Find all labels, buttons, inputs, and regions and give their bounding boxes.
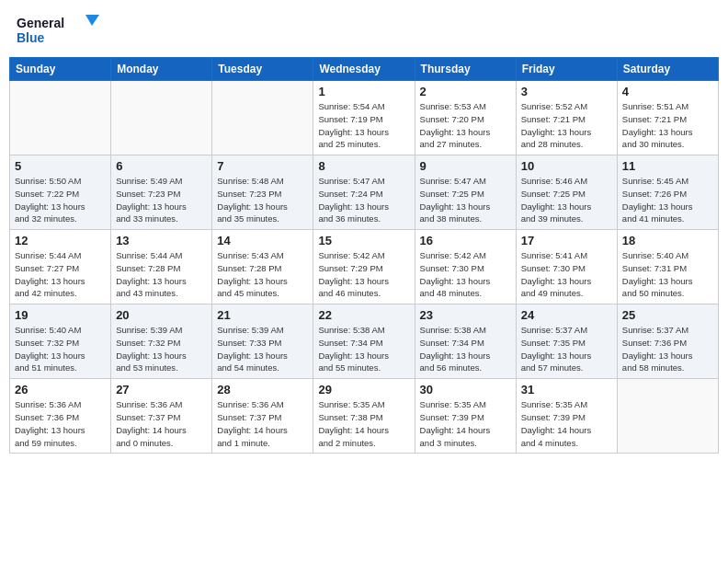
calendar-table: SundayMondayTuesdayWednesdayThursdayFrid… xyxy=(9,57,719,454)
day-number: 12 xyxy=(15,234,106,247)
day-info: Sunrise: 5:39 AM Sunset: 7:32 PM Dayligh… xyxy=(116,324,207,374)
day-info: Sunrise: 5:37 AM Sunset: 7:36 PM Dayligh… xyxy=(622,324,713,374)
calendar-cell: 25Sunrise: 5:37 AM Sunset: 7:36 PM Dayli… xyxy=(617,304,718,379)
calendar-cell: 4Sunrise: 5:51 AM Sunset: 7:21 PM Daylig… xyxy=(617,81,718,155)
day-number: 16 xyxy=(420,234,511,247)
day-number: 31 xyxy=(521,383,612,396)
day-number: 8 xyxy=(318,159,409,173)
calendar-cell: 18Sunrise: 5:40 AM Sunset: 7:31 PM Dayli… xyxy=(617,230,718,304)
day-info: Sunrise: 5:36 AM Sunset: 7:37 PM Dayligh… xyxy=(217,398,308,449)
day-info: Sunrise: 5:38 AM Sunset: 7:34 PM Dayligh… xyxy=(420,324,511,374)
day-number: 17 xyxy=(521,234,612,247)
calendar-cell: 30Sunrise: 5:35 AM Sunset: 7:39 PM Dayli… xyxy=(415,379,516,454)
calendar-cell: 3Sunrise: 5:52 AM Sunset: 7:21 PM Daylig… xyxy=(516,81,617,155)
day-number: 13 xyxy=(116,234,207,247)
day-number: 23 xyxy=(420,308,511,322)
svg-text:General: General xyxy=(17,16,64,30)
col-header-monday: Monday xyxy=(111,58,212,81)
day-info: Sunrise: 5:41 AM Sunset: 7:30 PM Dayligh… xyxy=(521,249,612,300)
day-number: 26 xyxy=(15,383,106,396)
calendar-cell: 16Sunrise: 5:42 AM Sunset: 7:30 PM Dayli… xyxy=(415,230,516,304)
svg-marker-1 xyxy=(85,15,99,26)
calendar-week-row: 1Sunrise: 5:54 AM Sunset: 7:19 PM Daylig… xyxy=(10,81,719,155)
day-number: 3 xyxy=(521,85,612,98)
calendar-cell xyxy=(10,81,111,155)
day-info: Sunrise: 5:39 AM Sunset: 7:33 PM Dayligh… xyxy=(217,324,308,374)
calendar-cell: 17Sunrise: 5:41 AM Sunset: 7:30 PM Dayli… xyxy=(516,230,617,304)
calendar-cell: 22Sunrise: 5:38 AM Sunset: 7:34 PM Dayli… xyxy=(313,304,415,379)
day-number: 6 xyxy=(116,159,207,173)
day-number: 11 xyxy=(622,159,713,173)
logo-svg: General Blue xyxy=(17,13,99,46)
col-header-tuesday: Tuesday xyxy=(212,58,313,81)
day-number: 19 xyxy=(15,308,106,322)
day-number: 30 xyxy=(420,383,511,396)
page-header: General Blue xyxy=(9,9,719,50)
calendar-cell: 20Sunrise: 5:39 AM Sunset: 7:32 PM Dayli… xyxy=(111,304,212,379)
calendar-cell: 24Sunrise: 5:37 AM Sunset: 7:35 PM Dayli… xyxy=(516,304,617,379)
calendar-cell: 11Sunrise: 5:45 AM Sunset: 7:26 PM Dayli… xyxy=(617,155,718,230)
day-info: Sunrise: 5:47 AM Sunset: 7:24 PM Dayligh… xyxy=(318,175,409,225)
day-info: Sunrise: 5:52 AM Sunset: 7:21 PM Dayligh… xyxy=(521,100,612,151)
calendar-cell: 27Sunrise: 5:36 AM Sunset: 7:37 PM Dayli… xyxy=(111,379,212,454)
calendar-cell: 2Sunrise: 5:53 AM Sunset: 7:20 PM Daylig… xyxy=(415,81,516,155)
day-info: Sunrise: 5:54 AM Sunset: 7:19 PM Dayligh… xyxy=(318,100,409,151)
day-info: Sunrise: 5:47 AM Sunset: 7:25 PM Dayligh… xyxy=(420,175,511,225)
day-number: 29 xyxy=(318,383,409,396)
day-info: Sunrise: 5:44 AM Sunset: 7:27 PM Dayligh… xyxy=(15,249,106,300)
calendar-cell: 10Sunrise: 5:46 AM Sunset: 7:25 PM Dayli… xyxy=(516,155,617,230)
day-info: Sunrise: 5:42 AM Sunset: 7:29 PM Dayligh… xyxy=(318,249,409,300)
day-info: Sunrise: 5:36 AM Sunset: 7:36 PM Dayligh… xyxy=(15,398,106,449)
calendar-week-row: 5Sunrise: 5:50 AM Sunset: 7:22 PM Daylig… xyxy=(10,155,719,230)
day-info: Sunrise: 5:45 AM Sunset: 7:26 PM Dayligh… xyxy=(622,175,713,225)
day-number: 28 xyxy=(217,383,308,396)
calendar-cell: 9Sunrise: 5:47 AM Sunset: 7:25 PM Daylig… xyxy=(415,155,516,230)
calendar-week-row: 12Sunrise: 5:44 AM Sunset: 7:27 PM Dayli… xyxy=(10,230,719,304)
calendar-week-row: 26Sunrise: 5:36 AM Sunset: 7:36 PM Dayli… xyxy=(10,379,719,454)
calendar-cell xyxy=(212,81,313,155)
calendar-cell: 31Sunrise: 5:35 AM Sunset: 7:39 PM Dayli… xyxy=(516,379,617,454)
svg-text:Blue: Blue xyxy=(17,30,45,45)
calendar-cell: 21Sunrise: 5:39 AM Sunset: 7:33 PM Dayli… xyxy=(212,304,313,379)
calendar-cell: 12Sunrise: 5:44 AM Sunset: 7:27 PM Dayli… xyxy=(10,230,111,304)
day-info: Sunrise: 5:46 AM Sunset: 7:25 PM Dayligh… xyxy=(521,175,612,225)
calendar-cell: 8Sunrise: 5:47 AM Sunset: 7:24 PM Daylig… xyxy=(313,155,415,230)
calendar-cell: 7Sunrise: 5:48 AM Sunset: 7:23 PM Daylig… xyxy=(212,155,313,230)
day-number: 20 xyxy=(116,308,207,322)
day-number: 25 xyxy=(622,308,713,322)
calendar-cell: 19Sunrise: 5:40 AM Sunset: 7:32 PM Dayli… xyxy=(10,304,111,379)
col-header-friday: Friday xyxy=(516,58,617,81)
calendar-cell: 26Sunrise: 5:36 AM Sunset: 7:36 PM Dayli… xyxy=(10,379,111,454)
day-number: 10 xyxy=(521,159,612,173)
day-number: 5 xyxy=(15,159,106,173)
day-info: Sunrise: 5:40 AM Sunset: 7:31 PM Dayligh… xyxy=(622,249,713,300)
logo: General Blue xyxy=(17,13,99,46)
calendar-cell: 14Sunrise: 5:43 AM Sunset: 7:28 PM Dayli… xyxy=(212,230,313,304)
day-info: Sunrise: 5:51 AM Sunset: 7:21 PM Dayligh… xyxy=(622,100,713,151)
calendar-cell xyxy=(617,379,718,454)
col-header-thursday: Thursday xyxy=(415,58,516,81)
day-number: 14 xyxy=(217,234,308,247)
day-info: Sunrise: 5:35 AM Sunset: 7:39 PM Dayligh… xyxy=(420,398,511,449)
calendar-cell: 23Sunrise: 5:38 AM Sunset: 7:34 PM Dayli… xyxy=(415,304,516,379)
day-info: Sunrise: 5:38 AM Sunset: 7:34 PM Dayligh… xyxy=(318,324,409,374)
day-number: 1 xyxy=(318,85,409,98)
col-header-wednesday: Wednesday xyxy=(313,58,415,81)
day-info: Sunrise: 5:48 AM Sunset: 7:23 PM Dayligh… xyxy=(217,175,308,225)
calendar-cell: 29Sunrise: 5:35 AM Sunset: 7:38 PM Dayli… xyxy=(313,379,415,454)
calendar-cell xyxy=(111,81,212,155)
calendar-cell: 1Sunrise: 5:54 AM Sunset: 7:19 PM Daylig… xyxy=(313,81,415,155)
day-number: 21 xyxy=(217,308,308,322)
day-info: Sunrise: 5:49 AM Sunset: 7:23 PM Dayligh… xyxy=(116,175,207,225)
day-info: Sunrise: 5:50 AM Sunset: 7:22 PM Dayligh… xyxy=(15,175,106,225)
day-number: 7 xyxy=(217,159,308,173)
day-info: Sunrise: 5:37 AM Sunset: 7:35 PM Dayligh… xyxy=(521,324,612,374)
col-header-saturday: Saturday xyxy=(617,58,718,81)
day-info: Sunrise: 5:40 AM Sunset: 7:32 PM Dayligh… xyxy=(15,324,106,374)
day-info: Sunrise: 5:42 AM Sunset: 7:30 PM Dayligh… xyxy=(420,249,511,300)
day-info: Sunrise: 5:35 AM Sunset: 7:38 PM Dayligh… xyxy=(318,398,409,449)
day-number: 2 xyxy=(420,85,511,98)
day-number: 15 xyxy=(318,234,409,247)
calendar-cell: 15Sunrise: 5:42 AM Sunset: 7:29 PM Dayli… xyxy=(313,230,415,304)
calendar-cell: 5Sunrise: 5:50 AM Sunset: 7:22 PM Daylig… xyxy=(10,155,111,230)
